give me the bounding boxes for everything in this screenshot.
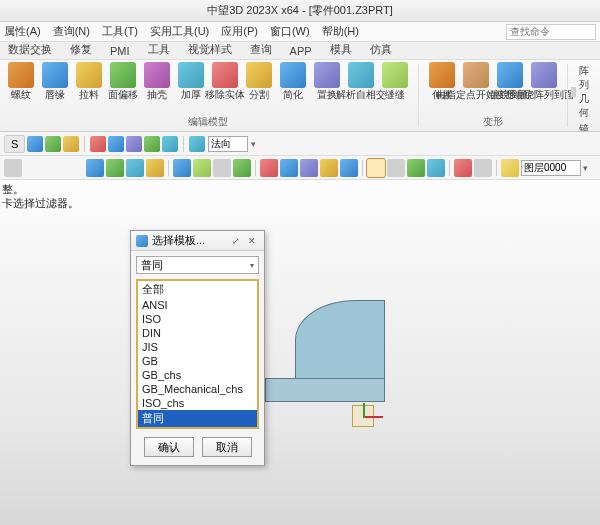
layer-field[interactable]: 图层0000	[521, 160, 581, 176]
list-item[interactable]: DIN	[138, 326, 257, 340]
normal-input[interactable]	[208, 136, 248, 152]
view-toolbar: 图层0000 ▾	[0, 156, 600, 180]
dropdown-icon[interactable]: ▾	[583, 163, 588, 173]
tb2-icon-17[interactable]	[454, 159, 472, 177]
tb2-icon-18[interactable]	[474, 159, 492, 177]
list-item[interactable]: ISO	[138, 312, 257, 326]
menu-help[interactable]: 帮助(H)	[322, 24, 359, 39]
qat-icon-2[interactable]	[45, 136, 61, 152]
qat-icon-8[interactable]	[162, 136, 178, 152]
list-item[interactable]: ISO_chs	[138, 396, 257, 410]
dialog-close-icon[interactable]: ✕	[245, 234, 259, 248]
tb2-icon-12[interactable]	[320, 159, 338, 177]
ribbon-icon	[497, 62, 523, 88]
tab-repair[interactable]: 修复	[66, 40, 96, 59]
menu-attributes[interactable]: 属性(A)	[4, 24, 41, 39]
ribbon-label: 置换	[317, 89, 337, 100]
separator	[496, 160, 497, 176]
ribbon-btn-2[interactable]: 拉料	[73, 62, 105, 100]
list-item[interactable]: JIS	[138, 340, 257, 354]
view-triad[interactable]	[352, 395, 392, 435]
tb2-icon-9[interactable]	[260, 159, 278, 177]
tb2-icon-4[interactable]	[146, 159, 164, 177]
list-item[interactable]: GB	[138, 354, 257, 368]
model-part[interactable]	[265, 300, 385, 410]
tab-tools[interactable]: 工具	[144, 40, 174, 59]
dialog-titlebar[interactable]: 选择模板... ⤢ ✕	[131, 231, 264, 251]
tab-app[interactable]: APP	[286, 43, 316, 59]
bulb-icon[interactable]	[501, 159, 519, 177]
tb2-icon-14[interactable]	[387, 159, 405, 177]
ok-button[interactable]: 确认	[144, 437, 194, 457]
tb2-icon-7[interactable]	[213, 159, 231, 177]
qat-icon-1[interactable]	[27, 136, 43, 152]
search-input[interactable]	[506, 24, 596, 40]
dropdown-icon[interactable]: ▾	[251, 139, 256, 149]
menu-query[interactable]: 查询(N)	[53, 24, 90, 39]
ribbon-btn-15[interactable]: 缠绕阵列到面	[528, 62, 560, 100]
tb2-icon-6[interactable]	[193, 159, 211, 177]
menu-app[interactable]: 应用(P)	[221, 24, 258, 39]
list-item[interactable]: GB_chs	[138, 368, 257, 382]
cancel-button[interactable]: 取消	[202, 437, 252, 457]
ribbon-btn-7[interactable]: 分割	[243, 62, 275, 100]
ribbon-btn-13[interactable]: 由指定点开始变形	[460, 62, 492, 100]
ribbon-icon	[348, 62, 374, 88]
tab-sim[interactable]: 仿真	[366, 40, 396, 59]
ribbon-basic-pattern[interactable]: 阵列几何	[571, 64, 598, 120]
qat-icon-7[interactable]	[144, 136, 160, 152]
tb2-icon-16[interactable]	[427, 159, 445, 177]
qat-icon-4[interactable]	[90, 136, 106, 152]
part-face-top[interactable]	[295, 300, 385, 380]
qat-normal-field: ▾	[189, 136, 256, 152]
ribbon-btn-6[interactable]: 移除实体	[209, 62, 241, 100]
ribbon-btn-5[interactable]: 加厚	[175, 62, 207, 100]
list-item[interactable]: 普同	[138, 410, 257, 427]
ribbon-btn-8[interactable]: 简化	[277, 62, 309, 100]
dialog-pin-icon[interactable]: ⤢	[229, 234, 243, 248]
qat-icon-5[interactable]	[108, 136, 124, 152]
tb2-icon-2[interactable]	[106, 159, 124, 177]
ribbon-icon	[531, 62, 557, 88]
qat-icon-3[interactable]	[63, 136, 79, 152]
tab-exchange[interactable]: 数据交换	[4, 40, 56, 59]
qat-icon-6[interactable]	[126, 136, 142, 152]
tab-mold[interactable]: 模具	[326, 40, 356, 59]
tb2-icon-13[interactable]	[340, 159, 358, 177]
tb2-icon-active[interactable]	[367, 159, 385, 177]
tb2-icon-10[interactable]	[280, 159, 298, 177]
list-item[interactable]: GB_Mechanical_chs	[138, 382, 257, 396]
tb2-icon-1[interactable]	[86, 159, 104, 177]
list-item[interactable]: ANSI	[138, 298, 257, 312]
viewport[interactable]: 整。 卡选择过滤器。 选择模板... ⤢ ✕ 普同 ▾ 全部ANSIISODIN…	[0, 180, 600, 525]
tb2-icon-5[interactable]	[173, 159, 191, 177]
template-combo[interactable]: 普同 ▾	[136, 256, 259, 274]
ribbon-btn-4[interactable]: 抽壳	[141, 62, 173, 100]
ribbon-btn-11[interactable]: 缝缝	[379, 62, 411, 100]
ribbon-btn-3[interactable]: 面偏移	[107, 62, 139, 100]
tb2-icon-8[interactable]	[233, 159, 251, 177]
qat-tab[interactable]: S	[4, 135, 25, 153]
ribbon-btn-0[interactable]: 螺纹	[5, 62, 37, 100]
tab-pmi[interactable]: PMI	[106, 43, 134, 59]
tb2-icon-3[interactable]	[126, 159, 144, 177]
ribbon-group-label-edit: 编辑模型	[188, 115, 228, 129]
tab-query[interactable]: 查询	[246, 40, 276, 59]
template-list[interactable]: 全部ANSIISODINJISGBGB_chsGB_Mechanical_chs…	[136, 279, 259, 429]
ribbon-icon	[212, 62, 238, 88]
ribbon-btn-10[interactable]: 解析自相交	[345, 62, 377, 100]
tb2-icon-15[interactable]	[407, 159, 425, 177]
menu-tools[interactable]: 工具(T)	[102, 24, 138, 39]
tab-visual[interactable]: 视觉样式	[184, 40, 236, 59]
ribbon-btn-1[interactable]: 唇缘	[39, 62, 71, 100]
menu-utilities[interactable]: 实用工具(U)	[150, 24, 209, 39]
tb2-icon-11[interactable]	[300, 159, 318, 177]
expand-icon[interactable]	[4, 159, 22, 177]
separator	[449, 160, 450, 176]
ribbon-icon	[110, 62, 136, 88]
ribbon-icon	[8, 62, 34, 88]
menu-window[interactable]: 窗口(W)	[270, 24, 310, 39]
menubar: 属性(A) 查询(N) 工具(T) 实用工具(U) 应用(P) 窗口(W) 帮助…	[0, 22, 600, 42]
list-item[interactable]: 全部	[138, 281, 257, 298]
ribbon-basic-mirror[interactable]: 镜像几何	[571, 122, 598, 132]
